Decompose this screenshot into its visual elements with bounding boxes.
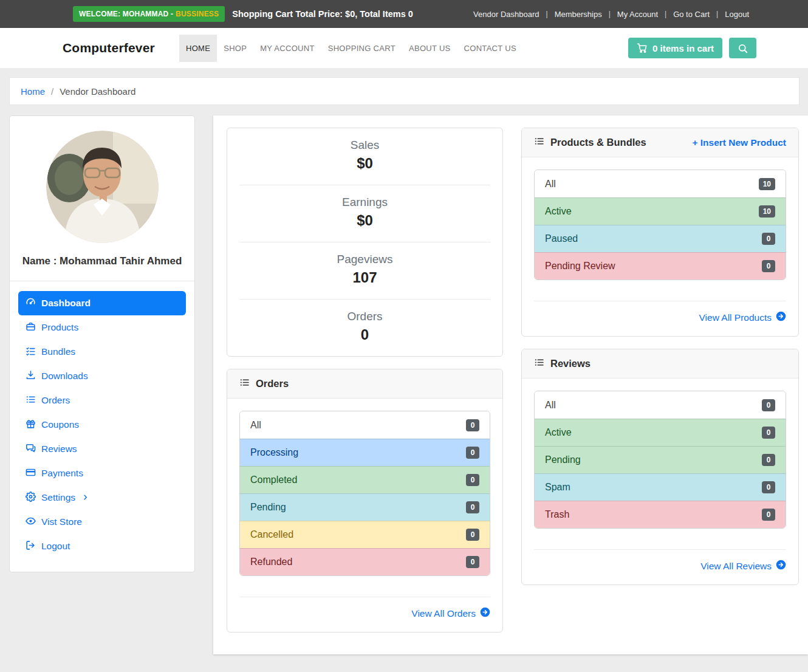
dashboard-icon (26, 297, 36, 310)
insert-new-product-link[interactable]: + Insert New Product (692, 137, 786, 148)
nav-item-contact-us[interactable]: CONTACT US (457, 35, 523, 62)
topbar-link-logout[interactable]: Logout (722, 10, 752, 19)
reviews-row-pending[interactable]: Pending0 (535, 446, 786, 473)
stat-sales: Sales $0 (227, 128, 502, 185)
dashboard-main: Sales $0 Earnings $0 Pageviews 107 Order… (213, 115, 808, 654)
products-row-paused[interactable]: Paused0 (535, 225, 786, 252)
search-button[interactable] (729, 38, 756, 58)
cart-icon (637, 43, 648, 53)
nav-item-home[interactable]: HOME (179, 35, 217, 62)
list-icon (26, 394, 36, 407)
arrow-circle-right-icon (776, 311, 786, 324)
nav-item-my-account[interactable]: MY ACCOUNT (253, 35, 321, 62)
sidebar-item-reviews[interactable]: Reviews (18, 437, 186, 461)
welcome-text: WELCOME: MOHAMMAD - (79, 10, 173, 18)
count-badge: 0 (762, 260, 775, 272)
breadcrumb-separator: / (51, 86, 53, 97)
sidebar-item-products[interactable]: Products (18, 315, 186, 340)
topbar-link-vendor-dashboard[interactable]: Vendor Dashboard (471, 10, 541, 19)
stat-pageviews: Pageviews 107 (227, 242, 502, 299)
topbar-link-my-account[interactable]: My Account (615, 10, 660, 19)
arrow-circle-right-icon (480, 607, 490, 620)
orders-row-refunded[interactable]: Refunded0 (240, 548, 490, 575)
reviews-row-active[interactable]: Active0 (535, 419, 786, 446)
avatar (46, 131, 159, 243)
stats-card: Sales $0 Earnings $0 Pageviews 107 Order… (227, 128, 503, 357)
reviews-row-all[interactable]: All0 (535, 391, 786, 419)
list-icon (534, 357, 544, 370)
orders-row-processing[interactable]: Processing0 (240, 439, 490, 466)
view-all-reviews-link[interactable]: View All Reviews (700, 560, 786, 572)
topbar: WELCOME: MOHAMMAD -BUSSINESS Shopping Ca… (0, 0, 808, 28)
view-all-products-link[interactable]: View All Products (699, 311, 786, 324)
main-navbar: Computerfever HOME SHOP MY ACCOUNT SHOPP… (0, 28, 808, 68)
search-icon (738, 43, 748, 53)
gift-icon (26, 419, 36, 431)
download-icon (26, 370, 36, 383)
count-badge: 0 (762, 399, 775, 411)
gear-icon (26, 492, 36, 504)
sidebar-menu: Dashboard Products Bundles Downloads Ord… (10, 281, 194, 572)
orders-panel: Orders All0 Processing0 Completed0 Pendi… (227, 369, 503, 633)
stat-earnings: Earnings $0 (227, 185, 502, 242)
nav-menu: HOME SHOP MY ACCOUNT SHOPPING CART ABOUT… (179, 35, 628, 62)
sidebar-item-orders[interactable]: Orders (18, 388, 186, 413)
view-all-orders-link[interactable]: View All Orders (411, 607, 490, 620)
count-badge: 0 (762, 454, 775, 466)
briefcase-icon (26, 321, 36, 334)
eye-icon (26, 516, 36, 529)
reviews-row-trash[interactable]: Trash0 (535, 501, 786, 528)
sign-out-icon (26, 540, 36, 553)
products-row-active[interactable]: Active10 (535, 197, 786, 225)
orders-row-all[interactable]: All0 (240, 411, 490, 439)
count-badge: 0 (466, 529, 479, 541)
list-icon (239, 377, 250, 390)
products-row-all[interactable]: All10 (535, 170, 786, 197)
sidebar-item-dashboard[interactable]: Dashboard (18, 291, 186, 315)
reviews-row-spam[interactable]: Spam0 (535, 473, 786, 501)
welcome-role: BUSSINESS (176, 10, 219, 18)
orders-row-cancelled[interactable]: Cancelled0 (240, 521, 490, 548)
sidebar-item-downloads[interactable]: Downloads (18, 364, 186, 388)
sidebar-item-bundles[interactable]: Bundles (18, 340, 186, 364)
breadcrumb-current: Vendor Dashboard (60, 86, 135, 97)
orders-row-completed[interactable]: Completed0 (240, 466, 490, 493)
count-badge: 0 (466, 556, 479, 568)
count-badge: 0 (466, 419, 479, 431)
reviews-panel-title: Reviews (550, 358, 591, 369)
reviews-panel: Reviews All0 Active0 Pending0 Spam0 Tras… (521, 349, 799, 585)
sidebar-item-payments[interactable]: Payments (18, 461, 186, 485)
count-badge: 10 (759, 178, 775, 190)
orders-row-pending[interactable]: Pending0 (240, 493, 490, 521)
nav-item-about-us[interactable]: ABOUT US (402, 35, 457, 62)
sidebar-item-coupons[interactable]: Coupons (18, 413, 186, 437)
topbar-link-go-to-cart[interactable]: Go to Cart (671, 10, 712, 19)
cart-summary-text: Shopping Cart Total Price: $0, Total Ite… (232, 9, 413, 19)
products-row-pending-review[interactable]: Pending Review0 (535, 252, 786, 279)
vendor-sidebar: Name : Mohammad Tahir Ahmed Dashboard Pr… (9, 115, 195, 572)
chevron-right-icon (82, 492, 89, 503)
sidebar-item-visit-store[interactable]: Vist Store (18, 510, 186, 534)
count-badge: 0 (762, 481, 775, 493)
sidebar-item-settings[interactable]: Settings (18, 485, 186, 510)
products-panel: Products & Bundles + Insert New Product … (521, 128, 799, 337)
topbar-links: Vendor Dashboard| Memberships| My Accoun… (471, 10, 752, 19)
vendor-name: Name : Mohammad Tahir Ahmed (19, 255, 185, 267)
breadcrumb-home-link[interactable]: Home (21, 86, 45, 97)
count-badge: 0 (466, 447, 479, 459)
comments-icon (26, 443, 36, 456)
list-icon (534, 136, 544, 149)
stat-orders: Orders 0 (227, 300, 502, 356)
cart-button[interactable]: 0 items in cart (628, 38, 722, 58)
brand-logo[interactable]: Computerfever (63, 41, 155, 55)
cart-button-label: 0 items in cart (652, 43, 714, 53)
count-badge: 0 (466, 501, 479, 513)
topbar-link-memberships[interactable]: Memberships (552, 10, 604, 19)
count-badge: 10 (759, 205, 775, 218)
products-panel-title: Products & Bundles (550, 137, 646, 148)
nav-item-shopping-cart[interactable]: SHOPPING CART (321, 35, 402, 62)
sidebar-item-logout[interactable]: Logout (18, 534, 186, 558)
nav-item-shop[interactable]: SHOP (217, 35, 253, 62)
orders-panel-title: Orders (256, 378, 289, 389)
arrow-circle-right-icon (776, 560, 786, 572)
